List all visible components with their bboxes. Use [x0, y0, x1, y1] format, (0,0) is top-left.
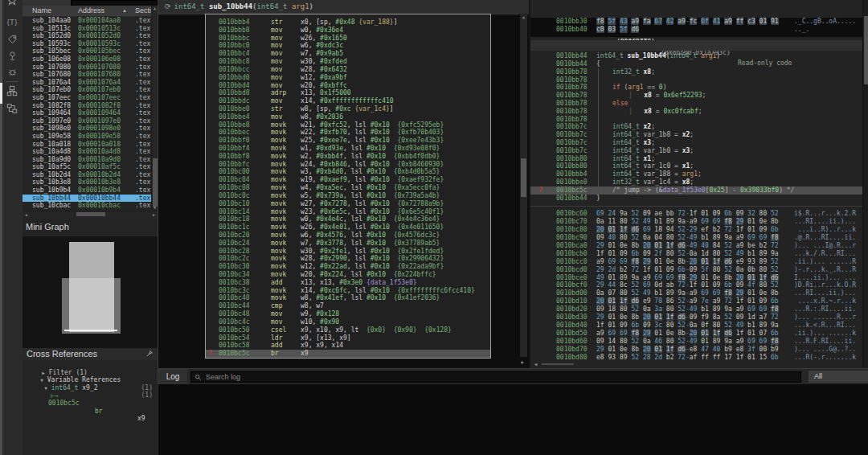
disassembly-line[interactable]: 0010bbecmovkw22, #0xfb70, lsl #0x10 {0xf…: [206, 129, 490, 137]
disassembly-line[interactable]: 0010bbf4movkw1, #0xd93e, lsl #0x10 {0xd9…: [206, 145, 490, 153]
hlil-line[interactable]: 0010bb7cint64_t x3;: [530, 139, 864, 147]
scroll-left-arrow[interactable]: ◀: [532, 360, 539, 367]
symbol-row[interactable]: sub_10b9b40x00010b9b4.text: [23, 187, 151, 195]
symbol-row[interactable]: sub_1094640x000109464.text: [23, 109, 151, 117]
disassembly-line[interactable]: 0010bbc8movw30, #0xfded: [206, 58, 490, 66]
tag-icon[interactable]: [5, 32, 19, 47]
column-name[interactable]: Name: [32, 6, 51, 14]
hlil-line[interactable]: 0010bb44}: [530, 195, 864, 203]
pin-icon[interactable]: [145, 350, 154, 359]
hex-row[interactable]: 0010bd3029 01 0e 8b 20 01 1f d6-09 f9 8a…: [530, 314, 864, 322]
disassembly-line[interactable]: 0010bc1cmovkw26, #0x4e01, lsl #0x10 {0x4…: [206, 223, 490, 232]
disassembly-line[interactable]: 0010bc50cselx9, x10, x9, lt {0x0} {0x90}…: [206, 326, 490, 334]
mini-graph-viewport[interactable]: [62, 278, 121, 334]
symbol-row[interactable]: sub_107eec0x000107eec.text: [23, 94, 151, 102]
log-content[interactable]: [158, 384, 868, 455]
function-signature-row[interactable]: 0010bb44int64_t sub_10bb44(int64_t arg1): [530, 40, 864, 51]
xref-entry-row[interactable]: ▼ int64_t x9_2 (1): [23, 376, 158, 384]
hlil-line[interactable]: 0010bb78: [530, 76, 864, 84]
symbol-row[interactable]: sub_1070800x000107080.text: [23, 64, 151, 72]
hex-selection-band[interactable]: 0010bb30f8 5f 43 a9 fa 67 42 a9-fc 6f 41…: [530, 18, 864, 37]
xref-reference-row[interactable]: ⊢→ 0010bc5c br x9: [23, 384, 158, 392]
disassembly-line[interactable]: 0010bc28movkw30, #0x2fe1, lsl #0x10 {0x2…: [206, 248, 490, 256]
disassembly-line[interactable]: 0010bbb4strx0, [sp, #0x48 {var_188}]: [206, 18, 490, 27]
hex-row[interactable]: 0010bc9009 40 80 52 0a 04 80 52-49 b1 89…: [530, 234, 864, 242]
disassembly-line[interactable]: 0010bbf0movkw25, #0xee7e, lsl #0x10 {0xe…: [206, 137, 490, 145]
disassembly-line[interactable]: 0010bc00movkw3, #0xb4d0, lsl #0x10 {0xb4…: [206, 168, 490, 176]
hex-row[interactable]: 0010bca029 01 0e 8b 20 01 1f d6-49 40 84…: [530, 242, 864, 250]
hlil-line[interactable]: 0010bb78: [530, 116, 864, 124]
disassembly-line[interactable]: 0010bc48movw9, #0x128: [206, 310, 490, 318]
mini-graph[interactable]: [23, 236, 158, 348]
disassembly-line[interactable]: 0010bc30movkw12, #0x22ad, lsl #0x10 {0x2…: [206, 263, 490, 271]
disassembly-line[interactable]: 0010bc10movkw27, #0x7278, lsl #0x10 {0x7…: [206, 200, 490, 208]
hex-row[interactable]: 0010bc700a 11 80 52 49 b1 89 9a-a9 69 69…: [530, 218, 864, 226]
symbol-row[interactable]: sub_10593c0x00010593c.text: [23, 40, 151, 48]
disassembly-listing[interactable]: 0010bbb4strx0, [sp, #0x48 {var_188}]0010…: [205, 14, 491, 359]
hex-row[interactable]: 0010bd1020 01 1f d6 e9 78 86 52-a9 7e a9…: [530, 297, 864, 305]
hex-row[interactable]: 0010bd50a9 69 69 f8 29 01 0e 8b-20 01 1f…: [530, 330, 864, 338]
right-vertical-scrollbar[interactable]: [862, 0, 868, 368]
hex-row[interactable]: 0010bd6009 14 80 52 0a 46 80 52-49 01 89…: [530, 338, 864, 346]
functions-icon[interactable]: [5, 0, 19, 8]
symbol-row[interactable]: sub_105bec0x000105bec.text: [23, 47, 151, 55]
symbol-row[interactable]: sub_1097e00x0001097e0.text: [23, 117, 151, 125]
hlil-line[interactable]: 0010bb78else: [530, 100, 864, 108]
xref-group-row[interactable]: ▼ Variable References (1): [23, 369, 158, 377]
disassembly-line[interactable]: 0010bc20movkw6, #0x4576, lsl #0x10 {0x45…: [206, 232, 490, 240]
symbol-row[interactable]: sub_1052d00x0001052d0.text: [23, 32, 151, 40]
hlil-line[interactable]: 0010bbb4int64_t var_188 = arg1;: [530, 170, 864, 178]
disassembly-line[interactable]: 0010bc08movkw4, #0xa5ec, lsl #0x10 {0xa5…: [206, 184, 490, 192]
disassembly-line[interactable]: 0010bc18movkw0, #0x4e4c, lsl #0x10 {0x4e…: [206, 215, 490, 223]
disassembly-line[interactable]: 0010bc34movkw20, #0x224, lsl #0x10 {0x22…: [206, 271, 490, 279]
disassembly-line[interactable]: 0010bc40movkw8, #0x41ef, lsl #0x10 {0x41…: [206, 294, 490, 302]
hlil-line[interactable]: 0010bb78│ x8 = 0xc0fcabf;: [530, 108, 864, 116]
hex-row[interactable]: 0010bcf029 44 8c 52 69 0d ab 72-1f 01 09…: [530, 281, 864, 289]
disassembly-line[interactable]: 0010bc2cmovkw28, #0x2990, lsl #0x10 {0x2…: [206, 255, 490, 263]
symbol-row[interactable]: sub_1098e00x0001098e0.text: [23, 125, 151, 133]
disassembly-line[interactable]: 0010bbe4movw8, #0x2036: [206, 113, 490, 121]
disassembly-line[interactable]: 0010bc04movkw19, #0xaef9, lsl #0x10 {0xa…: [206, 176, 490, 184]
hex-row[interactable]: 0010bcb01f 01 09 6b 09 2f 80 52-0a 1d 80…: [530, 250, 864, 258]
symbol-row[interactable]: sub_1076800x000107680.text: [23, 71, 151, 79]
symbols-horizontal-scrollbar[interactable]: ◀ ▶: [23, 211, 158, 218]
location-pin-icon[interactable]: [5, 48, 19, 63]
log-filter-dropdown[interactable]: All: [809, 371, 868, 383]
disassembly-line[interactable]: 0010bbfcmovkw24, #0xb846, lsl #0x10 {0xb…: [206, 161, 490, 169]
symbol-row[interactable]: sub_10a4d80x00010a4d8.text: [23, 148, 151, 156]
disassembly-line[interactable]: 0010bbccmovw28, #0x6432: [206, 66, 490, 74]
hex-row[interactable]: 0010bd401f 01 09 6b 09 3c 80 52-0a 0f 80…: [530, 322, 864, 330]
hex-row[interactable]: 0010bd000a 07 80 52 49 b1 89 9a-a9 69 69…: [530, 289, 864, 297]
symbol-row[interactable]: sub_1076a40x0001076a4.text: [23, 79, 151, 87]
disassembly-line[interactable]: 0010bbf8movkw2, #0xbb4f, lsl #0x10 {0xbb…: [206, 153, 490, 161]
hex-row[interactable]: 0010bc8020 01 1f d6 69 18 94 52-29 ef b2…: [530, 226, 864, 234]
hex-row[interactable]: 0010bd80e8 93 89 52 28 2d b2 72-af ff ff…: [530, 354, 864, 362]
symbol-row[interactable]: sub_10a0180x00010a018.text: [23, 141, 151, 149]
log-search-input[interactable]: Search log: [190, 371, 801, 383]
symbol-row[interactable]: sub_1082f80x0001082f8.text: [23, 102, 151, 110]
disassembly-line[interactable]: 0010bc3cmovkx14, #0xc6fc, lsl #0x10 {0xf…: [206, 287, 490, 295]
symbol-row[interactable]: sub_10513c0x00010513c.text: [23, 25, 151, 33]
hlil-listing[interactable]: 0010bb44{0010bb78int32_t x8;0010bb780010…: [530, 60, 864, 202]
hlil-line[interactable]: 0010bb78if (arg1 == 0): [530, 84, 864, 92]
disassembly-line[interactable]: 0010bbe8movkw21, #0xfc52, lsl #0x10 {0xf…: [206, 121, 490, 129]
tab-log[interactable]: Log: [158, 369, 187, 385]
symbol-row[interactable]: sub_10bb440x00010bb44.text: [23, 195, 151, 203]
scroll-down-arrow[interactable]: ▼: [518, 359, 526, 366]
disassembly-line[interactable]: 0010bbe0strw8, [sp, #0xc {var_1c4}]: [206, 105, 490, 113]
xref-filter-row[interactable]: ▶ Filter (1): [23, 361, 158, 369]
symbol-row[interactable]: sub_107eb00x000107eb0.text: [23, 86, 151, 94]
disassembly-line[interactable]: 0010bbd8adrpx13, 0x1f5000: [206, 89, 490, 97]
hlil-line[interactable]: 0010bb44{: [530, 60, 864, 68]
hex-row[interactable]: 0010bd2009 18 80 52 0a 3a 80 52-49 b1 89…: [530, 305, 864, 314]
cross-references-icon[interactable]: [5, 101, 19, 116]
hex-row[interactable]: 0010bcd029 2d b2 72 1f 01 09 6b-09 5f 80…: [530, 266, 864, 274]
symbol-row[interactable]: sub_10b2d40x00010b2d4.text: [23, 171, 151, 179]
symbol-row[interactable]: sub_10b3e80x00010b3e8.text: [23, 178, 151, 187]
disassembly-line[interactable]: 0010bbb8movw0, #0x36e4: [206, 27, 490, 35]
column-address[interactable]: Address: [78, 6, 104, 14]
disassembly-line[interactable]: ?0010bc5cbrx9: [206, 350, 490, 358]
hex-row[interactable]: 0010bd7029 01 0e 8b 20 01 1f d6-e8 47 40…: [530, 346, 864, 354]
disassembly-line[interactable]: 0010bbd0movw12, #0xa9bf: [206, 74, 490, 82]
disassembly-line[interactable]: 0010bbdcmovx14, #0xffffffffffffc410: [206, 97, 490, 105]
